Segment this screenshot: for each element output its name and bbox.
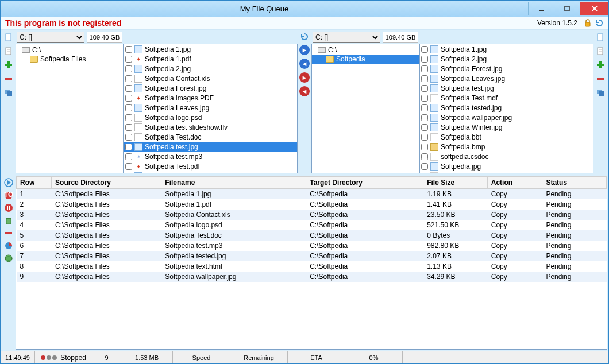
queue-table[interactable]: RowSource DirectoryFilenameTarget Direct… (16, 176, 607, 282)
file-checkbox[interactable] (421, 104, 428, 111)
queue-row[interactable]: 7C:\Softpedia FilesSoftpedia tested.jpgC… (17, 251, 607, 261)
queue-row[interactable]: 5C:\Softpedia FilesSoftpedia Test.docC:\… (17, 230, 607, 241)
file-checkbox[interactable] (421, 65, 428, 72)
file-checkbox[interactable] (421, 144, 428, 150)
file-checkbox[interactable] (421, 114, 428, 121)
file-checkbox[interactable] (421, 95, 428, 102)
file-row[interactable]: ♦Softpedia Test.pdf (124, 161, 297, 171)
file-row[interactable]: Softpedia test slideshow.flv (124, 122, 297, 132)
file-row[interactable]: Softpedia Winter.jpg (420, 122, 593, 132)
queue-col-file-size[interactable]: File Size (423, 177, 488, 189)
arrow-left[interactable]: ◄ (299, 59, 310, 69)
file-row[interactable]: Softpedia tested.jpg (420, 103, 593, 113)
file-row[interactable]: ♦Softpedia images.PDF (124, 93, 297, 103)
file-row[interactable]: Softpedia 1.jpg (420, 44, 593, 54)
chart-icon[interactable] (4, 241, 13, 250)
file-icon[interactable] (3, 32, 14, 42)
file-checkbox[interactable] (421, 46, 428, 53)
tree-item[interactable]: Softpedia Files (16, 55, 123, 64)
file-row[interactable]: ♦Softpedia 1.pdf (124, 54, 297, 64)
remove-icon[interactable] (595, 73, 606, 84)
trash-icon[interactable] (4, 216, 13, 225)
file-row[interactable]: Softpedia Forest.jpg (124, 83, 297, 93)
maximize-button[interactable] (554, 2, 580, 15)
stop-icon[interactable]: STOP (4, 191, 13, 200)
file-checkbox[interactable] (125, 134, 132, 141)
remove-icon[interactable] (4, 229, 13, 238)
file-checkbox[interactable] (421, 163, 428, 170)
close-button[interactable] (580, 2, 608, 15)
file-row[interactable]: Softpedia Leaves.jpg (124, 103, 297, 113)
queue-row[interactable]: 1C:\Softpedia FilesSoftpedia 1.jpgC:\Sof… (17, 189, 607, 200)
file-checkbox[interactable] (125, 114, 132, 121)
add-icon[interactable] (595, 60, 606, 70)
file-checkbox[interactable] (421, 85, 428, 92)
stack-icon[interactable] (3, 87, 14, 98)
file-row[interactable]: Softpedia.bmp (420, 142, 593, 152)
file-row[interactable]: Softpedia Test.mdf (420, 93, 593, 103)
file-checkbox[interactable] (421, 56, 428, 63)
file-checkbox[interactable] (125, 163, 132, 170)
file-row[interactable]: Softpedia wallpaper.jpg (420, 113, 593, 122)
file-row[interactable]: Softpedia Forest.jpg (420, 64, 593, 73)
file-checkbox[interactable] (125, 56, 132, 63)
file-row[interactable]: Softpedia logo.psd (124, 113, 297, 122)
file-checkbox[interactable] (125, 75, 132, 82)
file-checkbox[interactable] (125, 124, 132, 131)
right-filelist[interactable]: Softpedia 1.jpgSoftpedia 2.jpgSoftpedia … (419, 44, 593, 173)
file-checkbox[interactable] (125, 144, 132, 150)
queue-row[interactable]: 8C:\Softpedia FilesSoftpedia text.htmlC:… (17, 261, 607, 272)
file-checkbox[interactable] (125, 95, 132, 102)
file-checkbox[interactable] (125, 85, 132, 92)
left-drive-select[interactable]: C: [] (17, 32, 84, 43)
right-drive-select[interactable]: C: [] (313, 32, 380, 43)
queue-col-action[interactable]: Action (487, 177, 542, 189)
left-filelist[interactable]: Softpedia 1.jpg♦Softpedia 1.pdfSoftpedia… (124, 44, 298, 173)
file-checkbox[interactable] (125, 46, 132, 53)
queue-col-status[interactable]: Status (542, 177, 607, 189)
file-icon[interactable] (595, 32, 606, 42)
file-row[interactable]: Softpedia 2.jpg (420, 54, 593, 64)
tree-item[interactable]: C:\ (16, 45, 123, 55)
page-icon[interactable] (3, 46, 14, 56)
queue-row[interactable]: 2C:\Softpedia FilesSoftpedia 1.pdfC:\Sof… (17, 199, 607, 210)
stack-icon[interactable] (595, 87, 606, 98)
minimize-button[interactable] (528, 2, 554, 15)
file-row[interactable]: Softpedia 1.jpg (124, 44, 297, 54)
queue-table-wrap[interactable]: RowSource DirectoryFilenameTarget Direct… (16, 176, 607, 350)
pause-icon[interactable] (4, 203, 13, 212)
lock-icon[interactable] (583, 18, 592, 28)
add-icon[interactable] (3, 60, 14, 70)
file-row[interactable]: Softpedia Contact.xls (124, 73, 297, 83)
queue-col-row[interactable]: Row (17, 177, 52, 189)
file-row[interactable]: Softpedia Test.doc (124, 132, 297, 142)
file-row[interactable]: Softpedia 2.jpg (124, 64, 297, 73)
remove-icon[interactable] (3, 73, 14, 84)
file-row[interactable]: Softpedia test.jpg (420, 83, 593, 93)
page-icon[interactable] (595, 46, 606, 56)
queue-row[interactable]: 3C:\Softpedia FilesSoftpedia Contact.xls… (17, 210, 607, 220)
file-checkbox[interactable] (421, 134, 428, 141)
file-row[interactable]: Softpedia.bbt (420, 132, 593, 142)
file-checkbox[interactable] (125, 65, 132, 72)
arrow-right[interactable]: ► (299, 45, 310, 55)
refresh-icon[interactable] (300, 32, 309, 41)
queue-row[interactable]: 4C:\Softpedia FilesSoftpedia logo.psdC:\… (17, 220, 607, 230)
play-icon[interactable] (4, 178, 13, 187)
tree-item[interactable]: C:\ (312, 45, 419, 55)
queue-col-target-directory[interactable]: Target Directory (306, 177, 423, 189)
file-checkbox[interactable] (421, 124, 428, 131)
file-checkbox[interactable] (421, 153, 428, 160)
file-row[interactable]: Softpedia test.jpg (124, 142, 297, 152)
arrow-left-red[interactable]: ◄ (299, 86, 310, 96)
file-row[interactable]: Softpedia Leaves.jpg (420, 73, 593, 83)
arrow-right-red[interactable]: ► (299, 72, 310, 83)
queue-col-source-directory[interactable]: Source Directory (52, 177, 161, 189)
queue-row[interactable]: 6C:\Softpedia FilesSoftpedia test.mp3C:\… (17, 241, 607, 251)
queue-row[interactable]: 9C:\Softpedia FilesSoftpedia wallpaper.j… (17, 272, 607, 282)
queue-col-filename[interactable]: Filename (161, 177, 306, 189)
file-row[interactable]: ♪Softpedia test.mp3 (124, 152, 297, 161)
file-checkbox[interactable] (421, 75, 428, 82)
file-row[interactable]: softpedia.csdoc (420, 152, 593, 161)
file-checkbox[interactable] (125, 153, 132, 160)
